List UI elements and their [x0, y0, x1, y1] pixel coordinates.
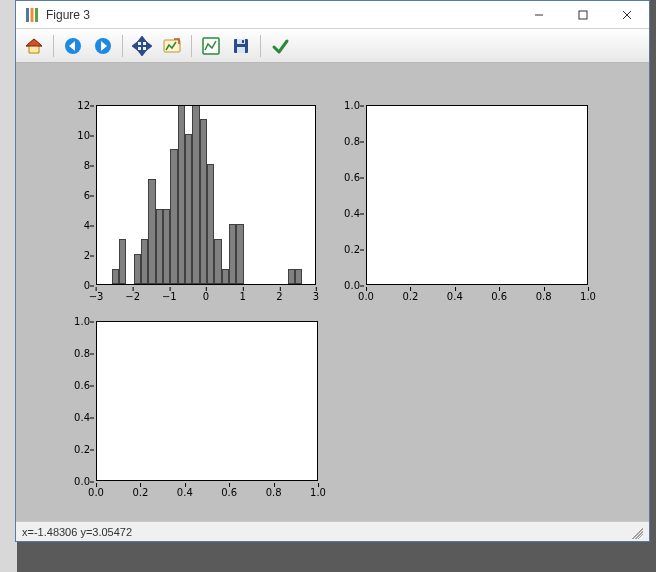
toolbar-separator — [122, 35, 123, 57]
toolbar-separator — [191, 35, 192, 57]
minimize-button[interactable] — [517, 1, 561, 29]
ytick: 0.2 — [68, 444, 90, 455]
xtick: 0.6 — [221, 487, 237, 498]
ytick: 0.6 — [68, 380, 90, 391]
svg-rect-24 — [242, 40, 244, 43]
ytick: 1.0 — [68, 316, 90, 327]
svg-marker-15 — [139, 37, 145, 41]
xtick: 0.8 — [266, 487, 282, 498]
save-button[interactable] — [227, 32, 255, 60]
subplots-button[interactable] — [197, 32, 225, 60]
app-icon — [24, 7, 40, 23]
close-button[interactable] — [605, 1, 649, 29]
toolbar-separator — [260, 35, 261, 57]
maximize-button[interactable] — [561, 1, 605, 29]
svg-marker-17 — [133, 43, 137, 49]
xtick: 0.2 — [132, 487, 148, 498]
zoom-button[interactable] — [158, 32, 186, 60]
svg-marker-18 — [147, 43, 151, 49]
edit-params-button[interactable] — [266, 32, 294, 60]
figure-window: Figure 3 — [15, 0, 650, 542]
xtick: 0.4 — [177, 487, 193, 498]
resize-grip[interactable] — [629, 525, 643, 539]
window-title: Figure 3 — [46, 8, 517, 22]
window-controls — [517, 1, 649, 29]
statusbar: x=-1.48306 y=3.05472 — [16, 521, 649, 541]
subplot-bottom-left: 0.00.20.40.60.81.00.00.20.40.60.81.0 — [16, 63, 649, 521]
plot-canvas[interactable]: 024681012−3−2−101230.00.20.40.60.81.00.0… — [16, 63, 649, 521]
svg-rect-2 — [35, 8, 38, 22]
titlebar[interactable]: Figure 3 — [16, 1, 649, 29]
pan-button[interactable] — [128, 32, 156, 60]
ytick: 0.4 — [68, 412, 90, 423]
toolbar-separator — [53, 35, 54, 57]
forward-button[interactable] — [89, 32, 117, 60]
svg-rect-23 — [237, 47, 245, 53]
axes-box — [96, 321, 318, 481]
xtick: 1.0 — [310, 487, 326, 498]
back-button[interactable] — [59, 32, 87, 60]
svg-rect-4 — [579, 11, 587, 19]
svg-marker-8 — [26, 39, 42, 46]
svg-marker-16 — [139, 51, 145, 55]
cursor-coords: x=-1.48306 y=3.05472 — [22, 526, 132, 538]
ytick: 0.0 — [68, 476, 90, 487]
home-button[interactable] — [20, 32, 48, 60]
svg-rect-1 — [31, 8, 34, 22]
ytick: 0.8 — [68, 348, 90, 359]
svg-rect-0 — [26, 8, 29, 22]
toolbar — [16, 29, 649, 63]
xtick: 0.0 — [88, 487, 104, 498]
